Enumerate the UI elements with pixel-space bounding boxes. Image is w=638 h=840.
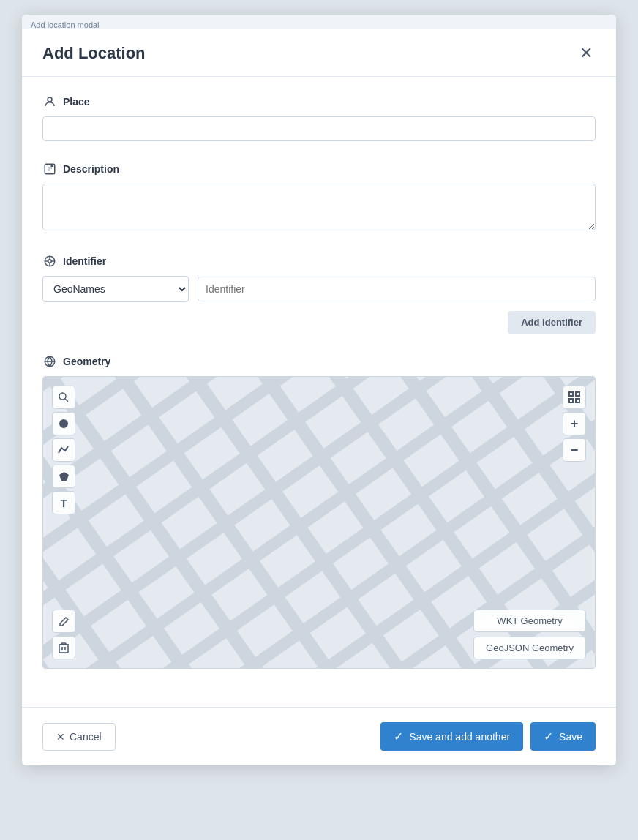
modal-outer-label: Add location modal [22, 15, 616, 29]
svg-marker-19 [59, 472, 69, 481]
identifier-field-group: Identifier GeoNames Add Identifier [42, 254, 596, 334]
svg-line-17 [65, 399, 68, 402]
map-zoom-in-button[interactable]: + [563, 412, 586, 435]
map-edit-icon [59, 616, 70, 627]
map-polygon-button[interactable] [52, 465, 75, 488]
close-button[interactable]: ✕ [577, 42, 596, 64]
footer-right-buttons: ✓ Save and add another ✓ Save [380, 722, 596, 751]
identifier-input[interactable] [198, 277, 596, 301]
svg-point-3 [48, 260, 52, 263]
description-input[interactable] [42, 184, 596, 230]
place-input[interactable] [42, 116, 596, 141]
svg-rect-20 [569, 392, 573, 396]
svg-rect-23 [576, 399, 579, 402]
identifier-row: GeoNames [42, 276, 596, 302]
map-text-icon: T [60, 497, 67, 509]
map-delete-icon [59, 642, 69, 653]
map-point-icon [59, 419, 69, 429]
place-icon [42, 94, 57, 109]
svg-rect-28 [61, 643, 66, 645]
identifier-type-select[interactable]: GeoNames [42, 276, 189, 302]
map-polygon-icon [59, 471, 70, 482]
save-and-add-another-button[interactable]: ✓ Save and add another [380, 722, 523, 751]
wkt-geometry-button[interactable]: WKT Geometry [473, 610, 586, 632]
add-identifier-row: Add Identifier [42, 311, 596, 334]
modal-footer: ✕ Cancel ✓ Save and add another ✓ Save [22, 707, 616, 765]
map-geo-buttons: WKT Geometry GeoJSON Geometry [473, 610, 586, 659]
modal-body: Place Description [22, 77, 616, 707]
modal-title: Add Location [42, 44, 146, 63]
svg-point-16 [59, 393, 66, 400]
geojson-geometry-button[interactable]: GeoJSON Geometry [473, 637, 586, 659]
add-location-modal: Add location modal Add Location ✕ Place [22, 15, 616, 765]
save-button[interactable]: ✓ Save [530, 722, 596, 751]
modal-header: Add Location ✕ [22, 29, 616, 77]
description-label: Description [42, 162, 596, 176]
geometry-label: Geometry [42, 354, 596, 369]
svg-rect-22 [569, 399, 573, 402]
map-edit-buttons [52, 610, 75, 659]
map-point-button[interactable] [52, 412, 75, 435]
map-toolbar-left: T [52, 386, 75, 514]
identifier-label: Identifier [42, 254, 596, 269]
map-container: T + [42, 376, 596, 669]
map-text-button[interactable]: T [52, 491, 75, 514]
map-toolbar-right: + − [563, 386, 586, 462]
map-zoom-out-button[interactable]: − [563, 438, 586, 462]
map-plus-icon: + [571, 416, 579, 432]
identifier-icon [42, 254, 57, 269]
svg-point-18 [59, 419, 68, 428]
description-icon [42, 162, 57, 176]
close-icon: ✕ [579, 44, 593, 62]
map-line-button[interactable] [52, 438, 75, 462]
map-delete-button[interactable] [52, 636, 75, 659]
add-identifier-button[interactable]: Add Identifier [508, 311, 596, 334]
save-another-check-icon: ✓ [394, 730, 403, 743]
svg-rect-1 [45, 164, 55, 174]
map-edit-button[interactable] [52, 610, 75, 633]
place-field-group: Place [42, 94, 596, 141]
map-line-icon [58, 444, 70, 456]
geometry-icon [42, 354, 57, 369]
place-label: Place [42, 94, 596, 109]
description-field-group: Description [42, 162, 596, 233]
svg-rect-21 [576, 392, 579, 396]
cancel-button[interactable]: ✕ Cancel [42, 723, 116, 751]
map-minus-icon: − [571, 443, 579, 458]
cancel-x-icon: ✕ [56, 731, 65, 743]
svg-rect-24 [59, 645, 68, 653]
map-search-button[interactable] [52, 386, 75, 409]
geometry-field-group: Geometry [42, 354, 596, 669]
map-expand-icon [568, 391, 581, 404]
svg-point-0 [48, 97, 52, 102]
map-search-icon [58, 391, 70, 403]
map-expand-button[interactable] [563, 386, 586, 409]
save-check-icon: ✓ [544, 730, 553, 743]
